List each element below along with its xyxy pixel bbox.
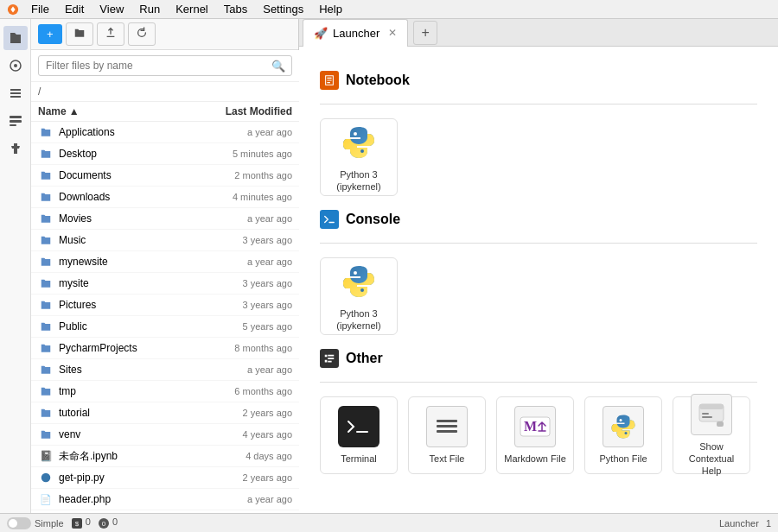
menu-help[interactable]: Help (312, 1, 349, 17)
file-name: Desktop (59, 148, 197, 160)
other-section-title: Other (320, 349, 757, 368)
list-item[interactable]: 📓 未命名.ipynb 4 days ago (31, 446, 299, 467)
text-file-icon (426, 406, 468, 447)
terminal-icon (338, 406, 379, 447)
sidebar-files-icon[interactable] (3, 26, 28, 50)
menu-edit[interactable]: Edit (58, 1, 91, 17)
list-item[interactable]: Pictures 3 years ago (31, 294, 299, 316)
file-date: a year ago (197, 213, 292, 224)
sidebar-extensions-icon[interactable] (3, 136, 28, 161)
file-date: 3 years ago (197, 235, 292, 245)
status-num2: 0 0 (98, 516, 118, 529)
contextual-help-item[interactable]: ShowContextual Help (673, 396, 750, 474)
menu-kernel[interactable]: Kernel (169, 1, 215, 17)
sort-icon: ▲ (69, 105, 80, 117)
search-input[interactable] (38, 55, 292, 76)
search-icon: 🔍 (271, 60, 285, 73)
svg-rect-23 (702, 413, 709, 415)
text-file-item[interactable]: Text File (408, 396, 486, 474)
svg-rect-5 (10, 96, 21, 98)
list-item[interactable]: Sites a year ago (31, 359, 299, 381)
new-tab-button[interactable]: + (413, 21, 437, 45)
file-name: Public (59, 320, 197, 332)
other-section-label: Other (346, 351, 383, 366)
list-item[interactable]: 📄 header.php a year ago (31, 489, 299, 510)
console-section-title: Console (320, 210, 757, 229)
menu-view[interactable]: View (92, 1, 131, 17)
mode-toggle[interactable]: Simple (7, 517, 64, 529)
file-type-icon (38, 124, 54, 140)
tab-close-icon[interactable]: ✕ (388, 27, 397, 39)
file-name: Documents (59, 169, 197, 181)
file-type-icon (38, 470, 54, 485)
list-item[interactable]: tutorial 2 years ago (31, 402, 299, 424)
menu-settings[interactable]: Settings (256, 1, 310, 17)
menu-run[interactable]: Run (132, 1, 167, 17)
svg-rect-16 (437, 430, 457, 433)
list-item[interactable]: Applications a year ago (31, 122, 299, 143)
svg-rect-7 (10, 120, 22, 123)
file-type-icon (38, 362, 54, 377)
file-date: 5 years ago (197, 321, 292, 332)
svg-point-20 (625, 432, 628, 434)
list-item[interactable]: venv 4 years ago (31, 424, 299, 446)
sidebar-running-icon[interactable] (3, 54, 28, 78)
file-name: PycharmProjects (59, 342, 197, 354)
sidebar-commands-icon[interactable] (3, 81, 28, 105)
list-item[interactable]: Public 5 years ago (31, 316, 299, 338)
file-type-icon (38, 168, 54, 183)
list-item[interactable]: Music 3 years ago (31, 230, 299, 251)
svg-point-9 (41, 473, 51, 483)
console-header-icon (320, 210, 339, 229)
python-file-item[interactable]: Python File (584, 396, 662, 474)
terminal-label: Terminal (341, 453, 377, 465)
terminal-item[interactable]: Terminal (320, 396, 398, 474)
console-section-label: Console (346, 212, 400, 227)
menu-file[interactable]: File (24, 1, 56, 17)
menu-tabs[interactable]: Tabs (217, 1, 254, 17)
notebook-grid: Python 3(ipykernel) (320, 118, 757, 196)
folder-icon-btn[interactable] (66, 22, 93, 46)
status-bar: Simple $ 0 0 0 Launcher 1 (0, 513, 778, 532)
col-modified-header[interactable]: Last Modified (197, 105, 292, 117)
contextual-help-label: ShowContextual Help (680, 440, 743, 478)
launcher-tab[interactable]: 🚀 Launcher ✕ (303, 19, 408, 47)
simple-mode-toggle[interactable] (7, 517, 31, 529)
sidebar-tabs-icon[interactable] (3, 109, 28, 133)
tab-bar: 🚀 Launcher ✕ + (299, 19, 778, 47)
list-item[interactable]: Documents 2 months ago (31, 165, 299, 187)
python-file-icon (603, 406, 644, 447)
console-divider (320, 243, 757, 244)
tab-launcher-icon: 🚀 (314, 27, 328, 40)
list-item[interactable]: tmp 6 months ago (31, 381, 299, 402)
upload-button[interactable] (97, 22, 124, 46)
list-item[interactable]: Movies a year ago (31, 208, 299, 230)
new-button[interactable]: + (38, 24, 62, 44)
tab-label: Launcher (333, 27, 379, 40)
list-item[interactable]: Downloads 4 minutes ago (31, 187, 299, 208)
file-date: 2 months ago (197, 170, 292, 180)
file-type-icon (38, 232, 54, 248)
file-name: get-pip.py (59, 472, 197, 484)
list-item[interactable]: get-pip.py 2 years ago (31, 467, 299, 489)
file-type-icon (38, 383, 54, 399)
file-type-icon (38, 297, 54, 313)
list-item[interactable]: mynewsite a year ago (31, 251, 299, 273)
svg-rect-4 (10, 92, 21, 94)
list-item[interactable]: Desktop 5 minutes ago (31, 143, 299, 165)
file-name: mynewsite (59, 256, 197, 268)
markdown-file-item[interactable]: M Markdown File (496, 396, 574, 474)
python3-console-item[interactable]: Python 3(ipykernel) (320, 257, 398, 335)
python3-notebook-item[interactable]: Python 3(ipykernel) (320, 118, 398, 196)
svg-point-19 (620, 419, 622, 421)
other-header-icon (320, 349, 339, 368)
col-name-header[interactable]: Name ▲ (38, 105, 197, 117)
file-type-icon (38, 211, 54, 226)
list-item[interactable]: PycharmProjects 8 months ago (31, 338, 299, 359)
file-date: 2 years ago (197, 472, 292, 483)
list-item[interactable]: mysite 3 years ago (31, 273, 299, 294)
file-name: tutorial (59, 407, 197, 419)
file-date: 2 years ago (197, 408, 292, 418)
refresh-button[interactable] (128, 22, 156, 46)
svg-text:0: 0 (102, 520, 106, 528)
